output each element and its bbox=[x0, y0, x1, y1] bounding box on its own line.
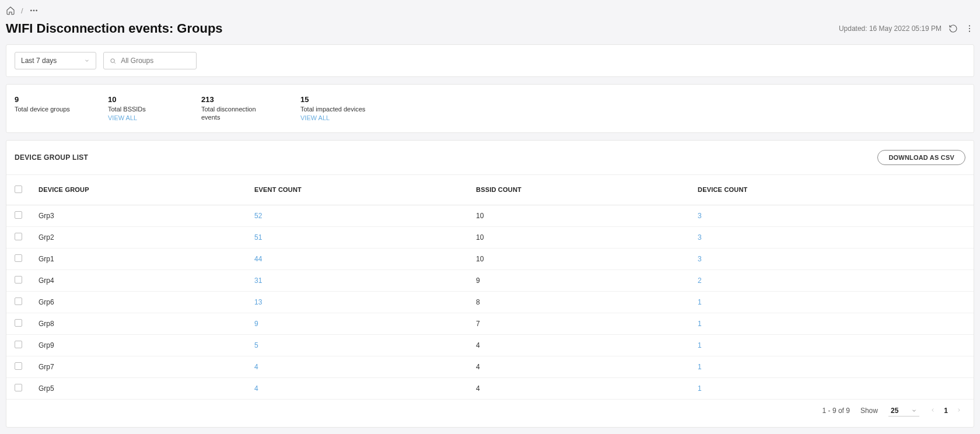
cell-bssid-count: 4 bbox=[468, 377, 690, 399]
breadcrumb: / bbox=[0, 0, 980, 19]
time-range-label: Last 7 days bbox=[21, 57, 57, 65]
row-checkbox[interactable] bbox=[15, 341, 22, 348]
cell-device-count-link[interactable]: 1 bbox=[698, 363, 702, 371]
cell-device-count-link[interactable]: 3 bbox=[698, 212, 702, 220]
next-page-button[interactable] bbox=[956, 407, 962, 415]
stat-total-device-groups: 9 Total device groups bbox=[15, 95, 73, 122]
group-search-input[interactable] bbox=[121, 57, 190, 65]
chevron-down-icon bbox=[911, 408, 917, 414]
cell-device-count-link[interactable]: 1 bbox=[698, 384, 702, 393]
svg-point-4 bbox=[969, 28, 970, 29]
view-all-impacted-link[interactable]: VIEW ALL bbox=[300, 114, 365, 121]
svg-point-0 bbox=[30, 10, 32, 11]
cell-event-count-link[interactable]: 4 bbox=[254, 363, 258, 371]
cell-bssid-count: 7 bbox=[468, 313, 690, 334]
time-range-select[interactable]: Last 7 days bbox=[15, 52, 96, 69]
svg-point-5 bbox=[969, 31, 970, 32]
cell-device-group: Grp6 bbox=[30, 291, 246, 313]
row-checkbox[interactable] bbox=[15, 233, 22, 240]
cell-device-count-link[interactable]: 2 bbox=[698, 276, 702, 285]
cell-event-count-link[interactable]: 4 bbox=[254, 384, 258, 393]
cell-device-count-link[interactable]: 3 bbox=[698, 255, 702, 263]
row-checkbox[interactable] bbox=[15, 384, 22, 391]
stats-card: 9 Total device groups 10 Total BSSIDs VI… bbox=[6, 84, 974, 133]
cell-event-count-link[interactable]: 44 bbox=[254, 255, 262, 263]
more-icon[interactable] bbox=[29, 6, 38, 15]
pagination-show-label: Show bbox=[860, 407, 878, 415]
cell-device-group: Grp7 bbox=[30, 356, 246, 377]
cell-bssid-count: 10 bbox=[468, 205, 690, 226]
page-size-select[interactable]: 25 bbox=[888, 405, 919, 416]
table-card: DEVICE GROUP LIST DOWNLOAD AS CSV DEVICE… bbox=[6, 140, 974, 428]
pagination: 1 - 9 of 9 Show 25 1 bbox=[6, 400, 974, 427]
search-icon bbox=[110, 57, 116, 65]
svg-point-2 bbox=[36, 10, 37, 11]
view-all-bssids-link[interactable]: VIEW ALL bbox=[108, 114, 166, 121]
cell-bssid-count: 9 bbox=[468, 270, 690, 291]
cell-device-group: Grp2 bbox=[30, 226, 246, 248]
cell-device-group: Grp3 bbox=[30, 205, 246, 226]
table-row: Grp8971 bbox=[6, 313, 974, 334]
cell-event-count-link[interactable]: 31 bbox=[254, 276, 262, 285]
current-page: 1 bbox=[944, 407, 948, 415]
table-row: Grp7441 bbox=[6, 356, 974, 377]
cell-event-count-link[interactable]: 51 bbox=[254, 233, 262, 242]
table-row: Grp352103 bbox=[6, 205, 974, 226]
cell-bssid-count: 4 bbox=[468, 356, 690, 377]
table-row: Grp144103 bbox=[6, 248, 974, 270]
row-checkbox[interactable] bbox=[15, 298, 22, 305]
row-checkbox[interactable] bbox=[15, 362, 22, 370]
row-checkbox[interactable] bbox=[15, 276, 22, 284]
home-icon[interactable] bbox=[6, 6, 15, 15]
table-row: Grp251103 bbox=[6, 226, 974, 248]
cell-device-group: Grp5 bbox=[30, 377, 246, 399]
stat-total-bssids: 10 Total BSSIDs VIEW ALL bbox=[108, 95, 166, 122]
updated-label: Updated: 16 May 2022 05:19 PM bbox=[839, 24, 942, 33]
group-search[interactable] bbox=[103, 52, 197, 69]
cell-device-count-link[interactable]: 1 bbox=[698, 298, 702, 306]
filters-card: Last 7 days bbox=[6, 44, 974, 77]
cell-device-count-link[interactable]: 3 bbox=[698, 233, 702, 242]
col-header-bssid-count[interactable]: BSSID COUNT bbox=[468, 175, 690, 205]
row-checkbox[interactable] bbox=[15, 211, 22, 219]
page-title: WIFI Disconnection events: Groups bbox=[6, 21, 223, 36]
breadcrumb-sep: / bbox=[21, 6, 23, 15]
cell-device-count-link[interactable]: 1 bbox=[698, 341, 702, 349]
device-group-table: DEVICE GROUP EVENT COUNT BSSID COUNT DEV… bbox=[6, 175, 974, 400]
cell-bssid-count: 10 bbox=[468, 248, 690, 270]
cell-event-count-link[interactable]: 5 bbox=[254, 341, 258, 349]
cell-event-count-link[interactable]: 13 bbox=[254, 298, 262, 306]
cell-bssid-count: 10 bbox=[468, 226, 690, 248]
cell-device-group: Grp8 bbox=[30, 313, 246, 334]
cell-event-count-link[interactable]: 9 bbox=[254, 320, 258, 328]
prev-page-button[interactable] bbox=[930, 407, 936, 415]
select-all-checkbox[interactable] bbox=[15, 186, 22, 193]
col-header-event-count[interactable]: EVENT COUNT bbox=[246, 175, 468, 205]
page-header: WIFI Disconnection events: Groups Update… bbox=[0, 19, 980, 44]
row-checkbox[interactable] bbox=[15, 254, 22, 262]
table-row: Grp9541 bbox=[6, 334, 974, 356]
cell-bssid-count: 8 bbox=[468, 291, 690, 313]
refresh-icon[interactable] bbox=[949, 24, 958, 33]
svg-line-7 bbox=[114, 62, 116, 63]
col-header-device-count[interactable]: DEVICE COUNT bbox=[690, 175, 974, 205]
cell-device-group: Grp1 bbox=[30, 248, 246, 270]
row-checkbox[interactable] bbox=[15, 319, 22, 327]
table-row: Grp43192 bbox=[6, 270, 974, 291]
cell-device-group: Grp9 bbox=[30, 334, 246, 356]
table-title: DEVICE GROUP LIST bbox=[15, 153, 88, 162]
stat-total-disconnection-events: 213 Total disconnection events bbox=[201, 95, 265, 122]
cell-device-group: Grp4 bbox=[30, 270, 246, 291]
col-header-device-group[interactable]: DEVICE GROUP bbox=[30, 175, 246, 205]
cell-bssid-count: 4 bbox=[468, 334, 690, 356]
chevron-down-icon bbox=[84, 58, 90, 64]
table-row: Grp5441 bbox=[6, 377, 974, 399]
cell-event-count-link[interactable]: 52 bbox=[254, 212, 262, 220]
svg-point-3 bbox=[969, 25, 970, 26]
kebab-menu-icon[interactable] bbox=[965, 24, 974, 33]
svg-point-1 bbox=[33, 10, 34, 11]
cell-device-count-link[interactable]: 1 bbox=[698, 320, 702, 328]
svg-point-6 bbox=[111, 58, 115, 62]
download-csv-button[interactable]: DOWNLOAD AS CSV bbox=[877, 150, 965, 165]
table-row: Grp61381 bbox=[6, 291, 974, 313]
